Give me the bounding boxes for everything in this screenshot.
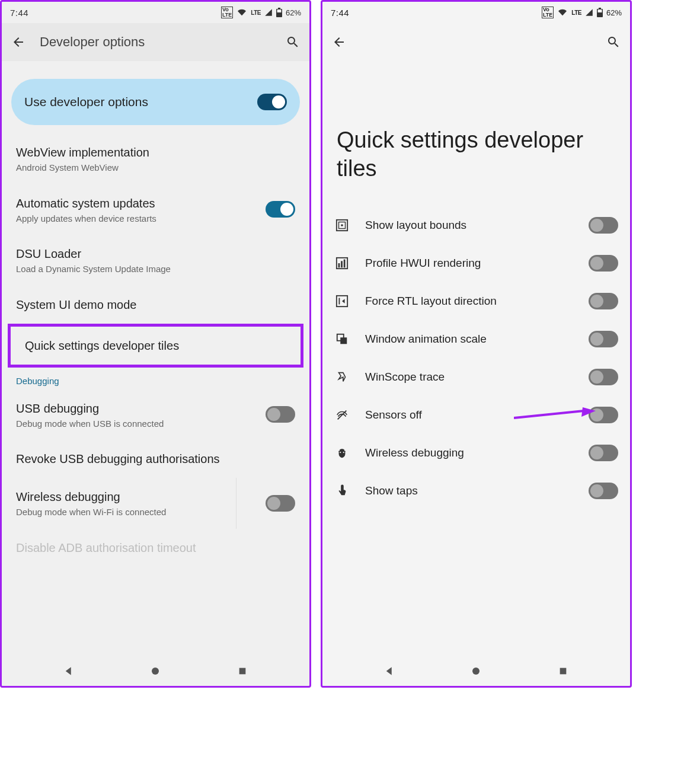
nav-recent[interactable] bbox=[231, 666, 254, 676]
toggle[interactable] bbox=[589, 407, 618, 423]
tile-row-layout-bounds[interactable]: Show layout bounds bbox=[322, 206, 630, 244]
svg-point-1 bbox=[152, 668, 159, 675]
svg-rect-0 bbox=[277, 9, 281, 12]
master-toggle[interactable] bbox=[257, 94, 287, 110]
nav-home[interactable] bbox=[464, 666, 488, 676]
svg-rect-10 bbox=[344, 260, 346, 268]
toggle[interactable] bbox=[266, 201, 295, 218]
volte-icon: VoLTE bbox=[542, 7, 554, 18]
nav-home-icon bbox=[471, 666, 481, 676]
tile-row-profile-hwui[interactable]: Profile HWUI rendering bbox=[322, 244, 630, 282]
lte-label: LTE bbox=[251, 9, 261, 16]
status-bar: 7:44 VoLTE LTE 62% bbox=[2, 2, 309, 23]
status-icons: VoLTE LTE 62% bbox=[542, 7, 622, 18]
setting-title: Wireless debugging bbox=[16, 488, 257, 505]
toggle[interactable] bbox=[589, 255, 618, 272]
setting-row-dsu-loader[interactable]: DSU LoaderLoad a Dynamic System Update I… bbox=[2, 235, 309, 286]
setting-row-automatic-system-updates[interactable]: Automatic system updatesApply updates wh… bbox=[2, 184, 309, 235]
nav-home[interactable] bbox=[143, 666, 167, 676]
tile-row-sensors-off[interactable]: Sensors off bbox=[322, 396, 630, 434]
tile-row-rtl[interactable]: Force RTL layout direction bbox=[322, 282, 630, 320]
setting-subtitle: Apply updates when device restarts bbox=[16, 213, 257, 225]
back-button[interactable] bbox=[332, 35, 346, 49]
tile-label: WinScope trace bbox=[365, 371, 573, 384]
nav-back[interactable] bbox=[57, 666, 81, 676]
setting-subtitle: Android System WebView bbox=[16, 162, 295, 174]
window-anim-icon bbox=[334, 331, 350, 347]
right-phone-frame: 7:44 VoLTE LTE 62% Quick settings develo… bbox=[321, 0, 632, 688]
setting-row-system-ui-demo-mode[interactable]: System UI demo mode bbox=[2, 286, 309, 324]
svg-point-20 bbox=[472, 668, 480, 675]
back-button[interactable] bbox=[11, 35, 25, 49]
toggle[interactable] bbox=[589, 369, 618, 385]
clock: 7:44 bbox=[331, 8, 349, 18]
battery-icon bbox=[597, 8, 603, 17]
content-scroll[interactable]: Use developer options WebView implementa… bbox=[2, 61, 309, 656]
svg-rect-8 bbox=[338, 263, 340, 267]
setting-row-quick-settings-developer-tiles[interactable]: Quick settings developer tiles bbox=[11, 327, 301, 365]
back-arrow-icon bbox=[11, 35, 25, 49]
search-button[interactable] bbox=[286, 35, 300, 49]
search-icon bbox=[286, 35, 300, 49]
toggle[interactable] bbox=[589, 217, 618, 234]
tile-row-show-taps[interactable]: Show taps bbox=[322, 472, 630, 510]
lte-label: LTE bbox=[571, 9, 581, 16]
tile-row-window-anim[interactable]: Window animation scale bbox=[322, 320, 630, 358]
toggle[interactable] bbox=[589, 331, 618, 347]
app-bar bbox=[322, 23, 630, 61]
tile-row-wireless-debug[interactable]: Wireless debugging bbox=[322, 434, 630, 472]
svg-rect-21 bbox=[560, 668, 566, 675]
svg-point-17 bbox=[339, 449, 346, 458]
tile-label: Show taps bbox=[365, 484, 573, 497]
tile-label: Profile HWUI rendering bbox=[365, 257, 573, 270]
nav-bar bbox=[2, 656, 309, 686]
setting-row-webview-implementation[interactable]: WebView implementationAndroid System Web… bbox=[2, 133, 309, 184]
setting-title: USB debugging bbox=[16, 400, 257, 417]
left-phone-frame: 7:44 VoLTE LTE 62% Developer options Use… bbox=[0, 0, 311, 688]
volte-icon: VoLTE bbox=[221, 7, 233, 18]
svg-rect-3 bbox=[597, 9, 602, 12]
toggle[interactable] bbox=[266, 406, 295, 423]
nav-recent-icon bbox=[558, 666, 568, 676]
toggle[interactable] bbox=[589, 483, 618, 499]
winscope-icon bbox=[334, 369, 350, 385]
signal-icon bbox=[585, 8, 593, 17]
toggle[interactable] bbox=[589, 293, 618, 309]
debug-row-wireless-debugging[interactable]: Wireless debuggingDebug mode when Wi-Fi … bbox=[2, 478, 309, 529]
sensors-off-icon bbox=[334, 407, 350, 423]
vertical-divider bbox=[236, 478, 236, 529]
setting-subtitle: Debug mode when USB is connected bbox=[16, 418, 257, 430]
svg-point-19 bbox=[343, 452, 344, 453]
setting-title: System UI demo mode bbox=[16, 296, 295, 313]
debug-row-revoke-usb-debugging-authorisations[interactable]: Revoke USB debugging authorisations bbox=[2, 440, 309, 478]
toggle[interactable] bbox=[589, 445, 618, 461]
setting-title: Quick settings developer tiles bbox=[25, 337, 286, 354]
wireless-debug-icon bbox=[334, 445, 350, 461]
status-icons: VoLTE LTE 62% bbox=[221, 7, 301, 18]
svg-point-18 bbox=[340, 452, 341, 453]
page-title: Developer options bbox=[40, 34, 271, 50]
clock: 7:44 bbox=[10, 8, 28, 18]
section-debugging: Debugging bbox=[2, 368, 309, 389]
toggle[interactable] bbox=[266, 495, 295, 512]
rtl-icon bbox=[334, 293, 350, 309]
nav-bar bbox=[322, 656, 630, 686]
back-arrow-icon bbox=[332, 35, 346, 49]
tile-label: Show layout bounds bbox=[365, 219, 573, 232]
tile-row-winscope[interactable]: WinScope trace bbox=[322, 358, 630, 396]
battery-percent: 62% bbox=[606, 8, 622, 17]
nav-recent[interactable] bbox=[551, 666, 575, 676]
status-bar: 7:44 VoLTE LTE 62% bbox=[322, 2, 630, 23]
master-switch[interactable]: Use developer options bbox=[11, 79, 300, 125]
setting-title: Automatic system updates bbox=[16, 195, 257, 212]
svg-rect-14 bbox=[340, 337, 347, 344]
debug-row-usb-debugging[interactable]: USB debuggingDebug mode when USB is conn… bbox=[2, 389, 309, 440]
content-scroll[interactable]: Quick settings developer tiles Show layo… bbox=[322, 61, 630, 656]
debug-row-disable-adb-authorisation-timeout: Disable ADB authorisation timeout bbox=[2, 529, 309, 567]
nav-back-icon bbox=[384, 666, 395, 676]
tile-label: Window animation scale bbox=[365, 333, 573, 346]
nav-back[interactable] bbox=[378, 666, 401, 676]
tile-label: Wireless debugging bbox=[365, 446, 573, 459]
nav-recent-icon bbox=[238, 666, 247, 676]
search-button[interactable] bbox=[606, 35, 621, 49]
